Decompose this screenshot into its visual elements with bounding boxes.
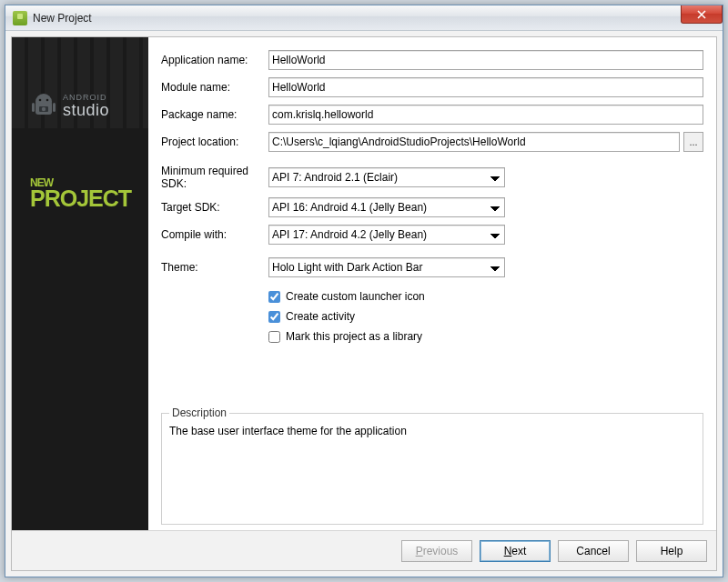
target-sdk-select[interactable]: API 16: Android 4.1 (Jelly Bean)	[268, 197, 505, 217]
create-activity-checkbox[interactable]	[268, 311, 280, 323]
description-legend: Description	[169, 406, 229, 419]
svg-point-5	[46, 99, 49, 102]
footer: Previous Next Cancel Help	[12, 530, 716, 570]
module-name-input[interactable]	[268, 77, 703, 97]
library-label: Mark this project as a library	[286, 330, 422, 343]
sidebar-headline: NEW PROJECT	[30, 178, 131, 210]
module-name-label: Module name:	[161, 81, 268, 94]
location-label: Project location:	[161, 135, 268, 148]
description-text: The base user interface theme for the ap…	[169, 425, 695, 437]
dialog-window: New Project	[5, 5, 723, 577]
app-icon	[13, 11, 27, 25]
compile-select[interactable]: API 17: Android 4.2 (Jelly Bean)	[268, 225, 505, 245]
sidebar: ANDROID studio NEW PROJECT	[12, 37, 148, 530]
min-sdk-label: Minimum required SDK:	[161, 165, 268, 190]
prev-rest: revious	[423, 545, 459, 557]
help-button[interactable]: Help	[636, 540, 707, 562]
window-title: New Project	[33, 12, 92, 25]
package-name-input[interactable]	[268, 105, 703, 125]
inner-panel: ANDROID studio NEW PROJECT Application n…	[11, 36, 717, 571]
target-sdk-label: Target SDK:	[161, 201, 268, 214]
package-name-label: Package name:	[161, 108, 268, 121]
client-area: ANDROID studio NEW PROJECT Application n…	[5, 31, 723, 577]
form-area: Application name: Module name: Package n…	[148, 37, 716, 530]
titlebar[interactable]: New Project	[5, 5, 723, 31]
compile-label: Compile with:	[161, 228, 268, 241]
brand-big: studio	[63, 101, 109, 119]
svg-point-7	[42, 107, 46, 111]
svg-rect-3	[53, 103, 56, 112]
headline-2: PROJECT	[30, 188, 131, 210]
studio-logo: ANDROID studio	[30, 90, 109, 121]
min-sdk-select[interactable]: API 7: Android 2.1 (Eclair)	[268, 167, 505, 187]
theme-label: Theme:	[161, 261, 268, 274]
svg-rect-2	[32, 103, 35, 112]
close-button[interactable]	[681, 5, 723, 24]
launcher-icon-checkbox[interactable]	[268, 291, 280, 303]
next-button[interactable]: Next	[480, 540, 551, 562]
description-group: Description The base user interface them…	[161, 406, 703, 525]
next-rest: ext	[511, 545, 526, 557]
close-icon	[697, 10, 706, 19]
previous-button: Previous	[401, 540, 472, 562]
body: ANDROID studio NEW PROJECT Application n…	[12, 37, 716, 530]
app-name-label: Application name:	[161, 54, 268, 66]
create-activity-label: Create activity	[286, 310, 355, 323]
location-input[interactable]	[268, 132, 680, 152]
library-checkbox[interactable]	[268, 331, 280, 343]
launcher-icon-label: Create custom launcher icon	[286, 290, 425, 303]
app-name-input[interactable]	[268, 50, 703, 70]
theme-select[interactable]: Holo Light with Dark Action Bar	[268, 257, 505, 277]
cancel-button[interactable]: Cancel	[558, 540, 629, 562]
svg-point-4	[39, 99, 42, 102]
android-icon	[30, 90, 57, 121]
browse-button[interactable]: ...	[683, 132, 703, 152]
